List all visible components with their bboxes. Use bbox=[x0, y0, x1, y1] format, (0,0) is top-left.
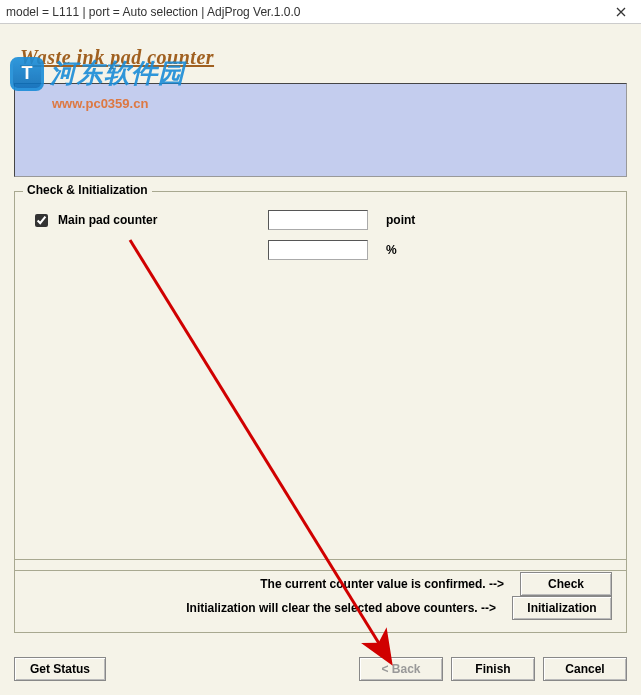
main-pad-row: Main pad counter point bbox=[29, 210, 612, 230]
main-pad-percent-input[interactable] bbox=[268, 240, 368, 260]
finish-button[interactable]: Finish bbox=[451, 657, 535, 681]
main-pad-label: Main pad counter bbox=[58, 213, 268, 227]
get-status-button[interactable]: Get Status bbox=[14, 657, 106, 681]
window-title: model = L111 | port = Auto selection | A… bbox=[6, 5, 300, 19]
group-legend: Check & Initialization bbox=[23, 183, 152, 197]
log-textarea[interactable] bbox=[14, 83, 627, 177]
point-unit: point bbox=[386, 213, 415, 227]
initialization-button[interactable]: Initialization bbox=[512, 596, 612, 620]
close-icon bbox=[616, 7, 626, 17]
check-message: The current counter value is confirmed. … bbox=[29, 577, 520, 591]
init-message: Initialization will clear the selected a… bbox=[29, 601, 512, 615]
back-button: < Back bbox=[359, 657, 443, 681]
action-group: The current counter value is confirmed. … bbox=[14, 559, 627, 633]
main-pad-point-input[interactable] bbox=[268, 210, 368, 230]
check-init-group: Check & Initialization Main pad counter … bbox=[14, 191, 627, 571]
title-bar: model = L111 | port = Auto selection | A… bbox=[0, 0, 641, 24]
bottom-toolbar: Get Status < Back Finish Cancel bbox=[14, 657, 627, 681]
close-button[interactable] bbox=[601, 0, 641, 23]
cancel-button[interactable]: Cancel bbox=[543, 657, 627, 681]
check-button[interactable]: Check bbox=[520, 572, 612, 596]
lower-panel: The current counter value is confirmed. … bbox=[14, 559, 627, 633]
main-pad-checkbox[interactable] bbox=[35, 214, 48, 227]
main-pad-percent-row: % bbox=[29, 240, 612, 260]
page-title: Waste ink pad counter bbox=[20, 46, 627, 69]
percent-unit: % bbox=[386, 243, 397, 257]
